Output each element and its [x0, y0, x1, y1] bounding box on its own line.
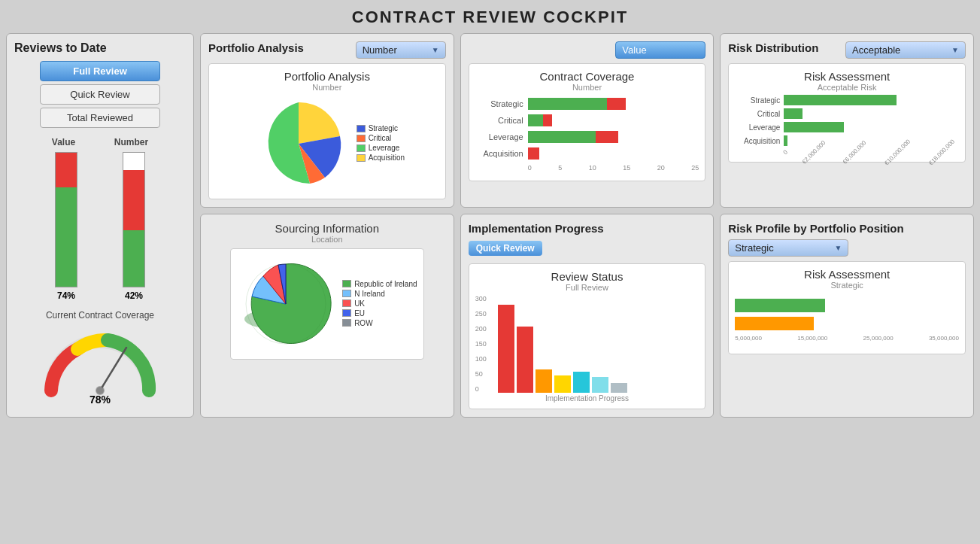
number-pct: 42%: [125, 290, 143, 301]
sourcing-panel: Sourcing Information Location: [200, 214, 454, 418]
risk-dist-panel: Risk Distribution Acceptable ▼ Risk Asse…: [720, 33, 974, 208]
risk-bar-critical: Critical: [735, 108, 959, 119]
number-label: Number: [114, 137, 148, 147]
reviews-panel-title: Reviews to Date: [14, 41, 107, 55]
risk-bar-leverage: Leverage: [735, 122, 959, 132]
risk-profile-chart-area: Risk Assessment Strategic 5,000,000 15,0…: [728, 261, 966, 354]
quick-review-badge[interactable]: Quick Review: [469, 241, 542, 256]
impl-bar-7: [611, 383, 627, 393]
reviews-panel: Reviews to Date Full Review Quick Review…: [6, 33, 194, 418]
sourcing-chart-title: Sourcing Information: [230, 222, 423, 235]
portfolio-title: Portfolio Analysis: [208, 41, 304, 54]
total-reviewed-btn[interactable]: Total Reviewed: [40, 108, 160, 128]
full-review-btn[interactable]: Full Review: [40, 61, 160, 81]
gauge-container: 78%: [40, 327, 160, 394]
impl-chart-area: Review Status Full Review 30025020015010…: [469, 263, 706, 409]
risk-dist-chart-subtitle: Acceptable Risk: [735, 83, 959, 92]
risk-profile-chart-title: Risk Assessment: [735, 268, 959, 281]
coverage-chart-subtitle: Number: [475, 83, 699, 92]
sourcing-chart-area: Republic of Ireland N Ireland UK EU ROW: [230, 248, 423, 360]
portfolio-chart-subtitle: Number: [215, 83, 439, 92]
hbar-axis: 0510152025: [528, 164, 699, 172]
risk-profile-title: Risk Profile by Portfolio Position: [728, 222, 903, 235]
coverage-dropdown[interactable]: Value: [615, 41, 705, 59]
coverage-panel: Value Contract Coverage Number Strategic…: [460, 33, 715, 208]
impl-bar-1: [498, 305, 514, 393]
portfolio-panel: Portfolio Analysis Number ▼ Portfolio An…: [200, 33, 454, 208]
risk-profile-panel: Risk Profile by Portfolio Position Strat…: [720, 214, 974, 418]
impl-bar-2: [517, 327, 533, 393]
risk-profile-bars: 5,000,000 15,000,000 25,000,000 35,000,0…: [735, 293, 959, 348]
risk-profile-chart-subtitle: Strategic: [735, 281, 959, 290]
risk-dist-dropdown[interactable]: Acceptable ▼: [845, 41, 966, 59]
quick-review-btn[interactable]: Quick Review: [40, 84, 160, 105]
impl-bar-4: [554, 375, 571, 393]
risk-profile-axis: 5,000,000 15,000,000 25,000,000 35,000,0…: [735, 335, 959, 342]
impl-axis-label: Implementation Progress: [475, 394, 699, 403]
risk-dist-bars: Strategic Critical Leverage Acquisition: [735, 95, 959, 156]
impl-bar-5: [573, 372, 590, 393]
gauge-label: Current Contract Coverage: [46, 310, 154, 321]
portfolio-chart-area: Portfolio Analysis Number Strategic: [208, 63, 446, 199]
portfolio-dropdown[interactable]: Number ▼: [356, 41, 446, 59]
risk-dist-chart-title: Risk Assessment: [735, 70, 959, 83]
hbar-row-acquisition: Acquisition: [475, 147, 699, 160]
hbar-row-critical: Critical: [475, 114, 699, 126]
risk-bar-strategic: Strategic: [735, 95, 959, 105]
impl-bar-chart: 300250200150100500: [475, 295, 699, 393]
value-label: Value: [52, 137, 75, 147]
portfolio-chart-title: Portfolio Analysis: [215, 70, 439, 83]
coverage-hbar-chart: Strategic Critical Leverage: [475, 95, 699, 175]
portfolio-pie-chart: [250, 95, 347, 193]
impl-chart-subtitle: Full Review: [475, 283, 699, 292]
impl-bar-3: [536, 369, 552, 394]
impl-chart-title: Review Status: [475, 270, 699, 283]
impl-title: Implementation Progress: [469, 222, 604, 235]
hbar-row-leverage: Leverage: [475, 131, 699, 143]
risk-bar-acquisition: Acquisition: [735, 135, 959, 146]
risk-dist-axis: 0 €2,000,000 €6,000,000 €10,000,000 €18,…: [784, 149, 959, 156]
impl-panel: Implementation Progress Quick Review Rev…: [460, 214, 715, 418]
app-title: CONTRACT REVIEW COCKPIT: [0, 0, 980, 33]
sourcing-legend: Republic of Ireland N Ireland UK EU ROW: [342, 280, 417, 329]
hbar-row-strategic: Strategic: [475, 98, 699, 110]
risk-profile-dropdown[interactable]: Strategic ▼: [728, 239, 848, 257]
dropdown-arrow: ▼: [432, 46, 439, 54]
risk-dist-chart-area: Risk Assessment Acceptable Risk Strategi…: [728, 63, 966, 163]
portfolio-legend: Strategic Critical Leverage Acquisition: [357, 124, 405, 163]
sourcing-chart-subtitle: Location: [230, 235, 423, 244]
coverage-chart-title: Contract Coverage: [475, 70, 699, 83]
value-pct: 74%: [57, 290, 75, 301]
svg-line-2: [100, 348, 126, 391]
gauge-svg: [40, 327, 160, 398]
impl-bar-6: [592, 377, 608, 393]
sourcing-pie: [237, 255, 335, 353]
risk-dist-title: Risk Distribution: [728, 41, 818, 54]
coverage-chart-area: Contract Coverage Number Strategic Criti…: [469, 63, 706, 181]
